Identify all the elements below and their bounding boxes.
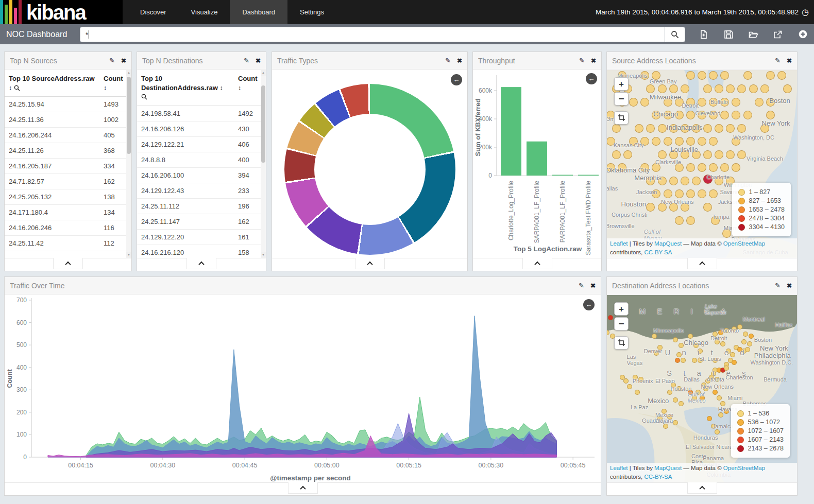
map-data-dot[interactable] bbox=[732, 360, 737, 365]
map-data-dot[interactable] bbox=[720, 341, 725, 346]
nav-visualize[interactable]: Visualize bbox=[179, 0, 230, 24]
map-data-dot[interactable] bbox=[635, 124, 643, 133]
map-data-dot[interactable] bbox=[675, 358, 680, 363]
map-data-dot[interactable] bbox=[747, 341, 752, 346]
map-data-dot[interactable] bbox=[629, 98, 638, 107]
search-button[interactable] bbox=[665, 27, 685, 42]
table-row[interactable]: 24.25.11.26368 bbox=[5, 143, 131, 159]
table-row[interactable]: 24.16.205.187334 bbox=[5, 159, 131, 174]
map-data-dot[interactable] bbox=[623, 378, 629, 384]
map-data-dot[interactable] bbox=[658, 150, 667, 159]
map-data-dot[interactable] bbox=[715, 84, 723, 93]
map-data-dot[interactable] bbox=[669, 177, 678, 185]
table-row[interactable]: 24.16.216.120158 bbox=[137, 245, 266, 258]
close-panel-icon[interactable]: ✖ bbox=[591, 57, 596, 64]
column-header-term[interactable]: Top 10 SourceAddress.raw ↕ bbox=[5, 70, 99, 97]
traffic-over-time-area-chart[interactable]: 0100200300400500600700Count00:04:1500:04… bbox=[5, 295, 601, 482]
map-data-dot[interactable] bbox=[755, 98, 764, 107]
time-range-picker[interactable]: March 19th 2015, 00:04:06.916 to March 1… bbox=[596, 0, 809, 24]
share-icon[interactable] bbox=[773, 29, 783, 40]
table-row[interactable]: 24.25.205.132138 bbox=[5, 189, 131, 205]
map-data-dot[interactable] bbox=[627, 384, 632, 389]
table-row[interactable]: 24.129.122.21406 bbox=[137, 136, 266, 152]
panel-header[interactable]: Traffic Types ✎ ✖ bbox=[272, 52, 467, 69]
map-data-dot[interactable] bbox=[707, 416, 712, 421]
map-data-dot[interactable] bbox=[749, 334, 754, 339]
panel-header[interactable]: Source Address Locations ✎ ✖ bbox=[607, 52, 797, 69]
bar-PARPA001_LF_Profile[interactable] bbox=[552, 175, 573, 176]
table-row[interactable]: 24.198.58.411492 bbox=[137, 106, 266, 121]
map-data-dot[interactable] bbox=[720, 71, 729, 80]
map-data-dot[interactable] bbox=[679, 401, 684, 406]
sort-icon[interactable]: ↕ bbox=[219, 84, 223, 92]
map-zoom-in-button[interactable]: + bbox=[614, 77, 629, 91]
map-data-dot[interactable] bbox=[675, 137, 684, 146]
map-data-dot[interactable] bbox=[669, 84, 678, 93]
map-data-dot[interactable] bbox=[664, 189, 672, 198]
table-row[interactable]: 24.25.15.941493 bbox=[5, 97, 131, 112]
attribution-link[interactable]: OpenStreetMap bbox=[723, 465, 765, 471]
collapse-panel-button[interactable] bbox=[355, 258, 385, 269]
map-data-dot[interactable] bbox=[663, 424, 668, 429]
map-data-dot[interactable] bbox=[698, 189, 706, 198]
map-data-dot[interactable] bbox=[720, 401, 725, 406]
kibana-logo[interactable]: kibana bbox=[0, 0, 123, 24]
map-data-dot[interactable] bbox=[679, 343, 684, 348]
add-visualization-icon[interactable] bbox=[798, 29, 808, 40]
attribution-link[interactable]: CC-BY-SA bbox=[644, 474, 672, 480]
query-input[interactable]: * bbox=[80, 27, 665, 42]
attribution-link[interactable]: Leaflet bbox=[610, 240, 628, 247]
map-data-dot[interactable] bbox=[743, 111, 752, 119]
map-data-dot[interactable] bbox=[686, 137, 695, 146]
map-data-dot[interactable] bbox=[698, 71, 706, 80]
map-data-dot[interactable] bbox=[646, 84, 655, 93]
attribution-link[interactable]: OpenStreetMap bbox=[723, 240, 765, 247]
table-row[interactable]: 24.16.206.126430 bbox=[137, 121, 266, 136]
map-data-dot[interactable] bbox=[737, 124, 746, 133]
map-data-dot[interactable] bbox=[608, 315, 613, 320]
table-scrollbar[interactable]: ▲ ▼ bbox=[261, 70, 266, 258]
map-data-dot[interactable] bbox=[681, 177, 689, 185]
attribution-link[interactable]: MapQuest bbox=[654, 465, 682, 471]
sort-icon[interactable]: ↕ bbox=[238, 84, 241, 92]
map-data-dot[interactable] bbox=[726, 124, 735, 133]
map-data-dot[interactable] bbox=[717, 395, 722, 401]
map-data-dot[interactable] bbox=[635, 390, 640, 395]
map-data-dot[interactable] bbox=[686, 71, 695, 80]
new-dashboard-icon[interactable] bbox=[699, 29, 709, 40]
map-data-dot[interactable] bbox=[686, 189, 695, 198]
map-data-dot[interactable] bbox=[720, 111, 729, 119]
table-row[interactable]: 24.171.180.4134 bbox=[5, 205, 131, 220]
collapse-panel-button[interactable] bbox=[186, 258, 216, 269]
edit-panel-icon[interactable]: ✎ bbox=[244, 57, 249, 64]
edit-panel-icon[interactable]: ✎ bbox=[775, 57, 781, 64]
map-data-dot[interactable] bbox=[686, 111, 695, 119]
map-data-dot[interactable] bbox=[743, 71, 752, 80]
map-zoom-out-button[interactable]: − bbox=[614, 92, 629, 106]
map-data-dot[interactable] bbox=[698, 163, 706, 172]
panel-header[interactable]: Top N Sources ✎ ✖ bbox=[5, 52, 131, 69]
map-data-dot[interactable] bbox=[686, 163, 695, 172]
map-data-dot[interactable] bbox=[749, 84, 758, 93]
close-panel-icon[interactable]: ✖ bbox=[787, 282, 792, 289]
attribution-link[interactable]: CC-BY-SA bbox=[644, 249, 672, 255]
map-data-dot[interactable] bbox=[640, 98, 649, 107]
map-data-dot[interactable] bbox=[664, 137, 672, 146]
table-row[interactable]: 24.16.206.246116 bbox=[5, 220, 131, 236]
map-data-dot[interactable] bbox=[726, 150, 735, 159]
map-fit-bounds-button[interactable] bbox=[614, 336, 629, 350]
map-data-dot[interactable] bbox=[681, 358, 686, 363]
attribution-link[interactable]: Leaflet bbox=[610, 465, 628, 471]
close-panel-icon[interactable]: ✖ bbox=[457, 57, 462, 64]
table-row[interactable]: 24.25.11.112196 bbox=[137, 198, 266, 214]
table-scrollbar[interactable]: ▲ ▼ bbox=[126, 70, 131, 258]
map-data-dot[interactable] bbox=[732, 98, 740, 107]
back-arrow-icon[interactable]: ← bbox=[583, 299, 595, 310]
collapse-panel-button[interactable] bbox=[687, 258, 717, 269]
map-data-dot[interactable] bbox=[713, 390, 718, 395]
map-fit-bounds-button[interactable] bbox=[614, 111, 629, 125]
close-panel-icon[interactable]: ✖ bbox=[256, 57, 261, 64]
map-data-dot[interactable] bbox=[686, 216, 695, 225]
table-row[interactable]: 24.71.82.57162 bbox=[5, 174, 131, 189]
map-zoom-out-button[interactable]: − bbox=[614, 317, 629, 331]
